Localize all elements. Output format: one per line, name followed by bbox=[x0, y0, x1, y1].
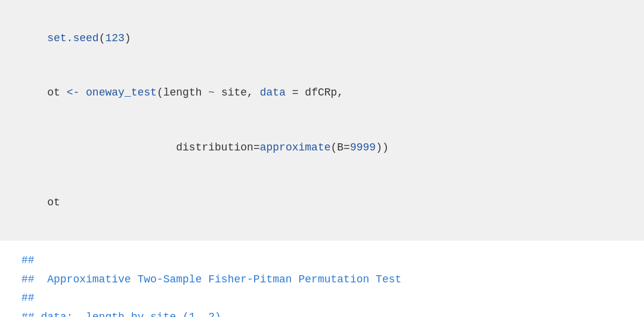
output-line-2: ## Approximative Two-Sample Fisher-Pitma… bbox=[21, 270, 623, 290]
output-line-3: ## bbox=[21, 289, 623, 308]
output-block: ## ## Approximative Two-Sample Fisher-Pi… bbox=[0, 241, 644, 317]
output-line-1: ## bbox=[21, 251, 623, 270]
output-line-4: ## data: length by site (1, 2) bbox=[21, 308, 623, 317]
code-line-4: ot bbox=[21, 175, 623, 230]
code-block: set.seed(123) ot <- oneway_test(length ~… bbox=[0, 0, 644, 241]
fn-set-seed: set.seed bbox=[47, 32, 98, 44]
code-line-3: distribution=approximate(B=9999)) bbox=[21, 121, 623, 176]
code-line-2: ot <- oneway_test(length ~ site, data = … bbox=[21, 66, 623, 121]
code-line-1: set.seed(123) bbox=[21, 11, 623, 66]
